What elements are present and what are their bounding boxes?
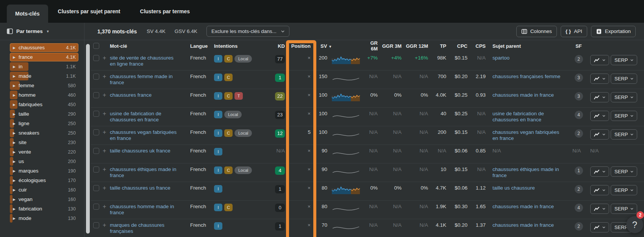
header-sujet-parent[interactable]: Sujet parent (489, 43, 570, 49)
position-history-button[interactable] (590, 92, 609, 102)
sidebar-term-item[interactable]: ▶ cuir 160 (0, 185, 84, 195)
row-checkbox[interactable] (93, 185, 99, 191)
expand-arrow-icon[interactable]: ▶ (13, 74, 16, 78)
header-langue[interactable]: Langue (184, 43, 212, 49)
row-checkbox[interactable] (93, 92, 99, 98)
sidebar-term-item[interactable]: ▶ marques 190 (0, 166, 84, 176)
add-icon[interactable]: + (103, 55, 106, 61)
expand-arrow-icon[interactable]: ▶ (13, 141, 16, 144)
position-history-button[interactable] (590, 185, 609, 195)
tab-clusters-sujet-parent[interactable]: Clusters par sujet parent (48, 0, 130, 23)
serp-button[interactable]: SERP (611, 55, 637, 65)
serp-button[interactable]: SERP (611, 204, 637, 214)
keyword-link[interactable]: chaussures femme made in france (110, 74, 173, 85)
keyword-link[interactable]: taille chaussures us france (110, 185, 170, 191)
row-checkbox[interactable] (93, 204, 99, 210)
add-icon[interactable]: + (103, 185, 106, 191)
sidebar-term-item[interactable]: ▶ us 200 (0, 157, 84, 166)
header-mot-cle[interactable]: Mot-clé (110, 43, 184, 49)
sujet-parent-link[interactable]: chaussures françaises femme (492, 74, 560, 79)
add-icon[interactable]: + (103, 129, 106, 135)
sidebar-term-item[interactable]: ▶ made 1.1K (0, 71, 84, 81)
header-cps[interactable]: CPS (470, 43, 489, 49)
expand-arrow-icon[interactable]: ▶ (13, 179, 16, 182)
serp-button[interactable]: SERP (611, 185, 637, 195)
serp-button[interactable]: SERP (611, 111, 637, 121)
tab-clusters-termes[interactable]: Clusters par termes (130, 0, 200, 23)
sidebar-term-item[interactable]: ▶ homme 460 (0, 90, 84, 100)
expand-arrow-icon[interactable]: ▶ (13, 198, 16, 201)
sidebar-term-item[interactable]: ▶ ligne 250 (0, 119, 84, 128)
row-checkbox[interactable] (93, 222, 99, 228)
header-cpc[interactable]: CPC (449, 43, 470, 49)
keyword-link[interactable]: taille chaussures uk france (110, 148, 170, 154)
position-history-button[interactable] (590, 74, 609, 84)
sidebar-term-item[interactable]: ▶ vegan 160 (0, 195, 84, 204)
export-button[interactable]: Exportation (591, 26, 636, 37)
expand-arrow-icon[interactable]: ▶ (13, 122, 16, 126)
sidebar-term-item[interactable]: ▶ sneakers 250 (0, 128, 84, 138)
row-checkbox[interactable] (93, 111, 99, 117)
position-history-button[interactable] (590, 222, 609, 232)
sidebar-term-item[interactable]: ▶ fabrication 130 (0, 204, 84, 213)
serp-button[interactable]: SERP (611, 129, 637, 140)
expand-arrow-icon[interactable]: ▶ (13, 112, 16, 116)
sujet-parent-link[interactable]: chaussures éthiques made in france (492, 166, 559, 178)
position-history-button[interactable] (590, 204, 609, 214)
expand-arrow-icon[interactable]: ▶ (13, 46, 16, 50)
add-icon[interactable]: + (103, 166, 106, 173)
add-icon[interactable]: + (103, 204, 106, 210)
select-all-checkbox[interactable] (93, 43, 99, 49)
keyword-link[interactable]: chaussures france (110, 92, 152, 98)
expand-arrow-icon[interactable]: ▶ (13, 169, 16, 173)
serp-button[interactable]: SERP (611, 166, 637, 177)
expand-arrow-icon[interactable]: ▶ (13, 93, 16, 97)
sidebar-term-item[interactable]: ▶ mode 130 (0, 213, 84, 223)
expand-arrow-icon[interactable]: ▶ (13, 150, 16, 154)
serp-button[interactable]: SERP (611, 74, 637, 84)
exclude-keywords-select[interactable]: Exclure les mots-clés dans... (206, 26, 289, 37)
api-button[interactable]: { } API (561, 26, 587, 37)
keyword-link[interactable]: chaussures homme made in france (110, 204, 174, 215)
header-tp[interactable]: TP (431, 43, 449, 49)
sujet-parent-link[interactable]: taille us chaussure (492, 185, 535, 191)
add-icon[interactable]: + (103, 92, 106, 98)
add-icon[interactable]: + (103, 111, 106, 117)
header-gr6m[interactable]: GR 6M (364, 40, 381, 52)
expand-arrow-icon[interactable]: ▶ (13, 131, 16, 135)
expand-arrow-icon[interactable]: ▶ (13, 103, 16, 107)
position-history-button[interactable] (590, 166, 609, 177)
keyword-link[interactable]: marques de chaussures françaises (110, 222, 164, 234)
sidebar-toolbar[interactable]: Par termes ▼ (0, 23, 84, 40)
header-sv[interactable]: SV▼ (316, 43, 330, 49)
sujet-parent-link[interactable]: chaussures made in france (492, 222, 554, 228)
position-history-button[interactable] (590, 55, 609, 65)
add-icon[interactable]: + (103, 222, 106, 228)
row-checkbox[interactable] (93, 148, 99, 154)
expand-arrow-icon[interactable]: ▶ (13, 207, 16, 211)
keyword-link[interactable]: chaussures éthiques made in france (110, 166, 177, 178)
expand-arrow-icon[interactable]: ▶ (13, 188, 16, 192)
add-icon[interactable]: + (103, 148, 106, 154)
header-ggr12m[interactable]: GGR 12M (405, 43, 431, 49)
expand-arrow-icon[interactable]: ▶ (13, 84, 16, 88)
expand-arrow-icon[interactable]: ▶ (13, 65, 16, 69)
keyword-link[interactable]: chaussures vegan fabriquées en france (110, 129, 177, 141)
row-checkbox[interactable] (93, 55, 99, 61)
sidebar-term-item[interactable]: ▶ vente 220 (0, 147, 84, 157)
header-kd[interactable]: KD (270, 43, 286, 49)
sidebar-term-item[interactable]: ▶ site 230 (0, 138, 84, 147)
columns-button[interactable]: Colonnes (516, 26, 557, 37)
sidebar-term-item[interactable]: ▶ in 1.1K (0, 62, 84, 71)
serp-button[interactable]: SERP (611, 92, 637, 102)
header-sf[interactable]: SF (570, 43, 587, 49)
keyword-link[interactable]: usine de fabrication de chaussures en fr… (110, 111, 161, 122)
sujet-parent-link[interactable]: spartoo (492, 55, 510, 61)
add-icon[interactable]: + (103, 74, 106, 80)
row-checkbox[interactable] (93, 166, 99, 173)
expand-arrow-icon[interactable]: ▶ (13, 160, 16, 163)
sidebar-term-item[interactable]: ▶ taille 290 (0, 109, 84, 119)
sujet-parent-link[interactable]: chaussures made in france (492, 204, 554, 209)
expand-arrow-icon[interactable]: ▶ (13, 55, 16, 59)
sidebar-term-item[interactable]: ▶ écologiques 170 (0, 176, 84, 185)
